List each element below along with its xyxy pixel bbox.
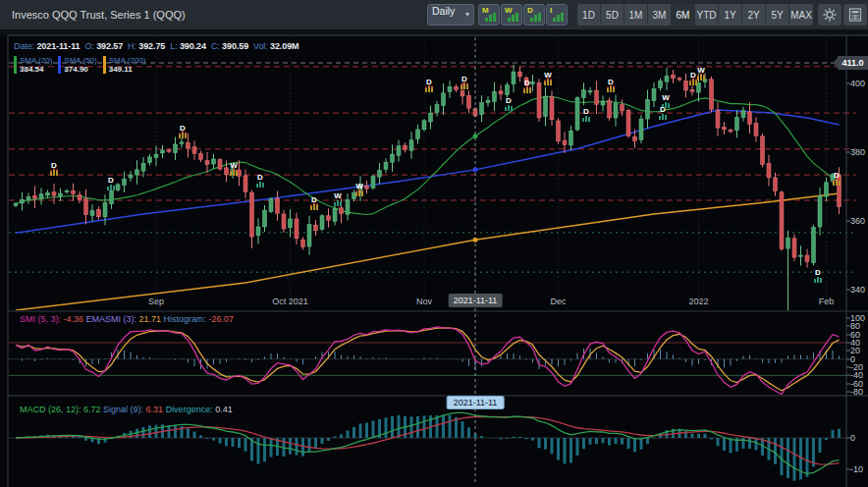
marker-bar xyxy=(529,88,531,93)
marker-bar xyxy=(110,185,112,190)
series-color-bar xyxy=(103,56,106,74)
price-axis-label[interactable]: 360 xyxy=(850,216,865,226)
marker-bar xyxy=(692,80,694,85)
range-button-5D[interactable]: 5D xyxy=(601,4,624,26)
header-part: 21.71 xyxy=(136,314,161,324)
candle-body xyxy=(812,228,816,263)
price-axis-label[interactable]: 400 xyxy=(850,79,865,88)
candle-body xyxy=(21,199,25,203)
range-button-1M[interactable]: 1M xyxy=(624,4,648,26)
interval-button-D[interactable]: D xyxy=(523,4,545,26)
marker-bar xyxy=(358,190,360,196)
mini-bar-chart-icon xyxy=(485,13,496,22)
range-button-2Y[interactable]: 2Y xyxy=(742,4,766,26)
marker-bar xyxy=(820,278,822,283)
candle-body xyxy=(129,175,133,178)
header-part: 0.41 xyxy=(213,405,233,414)
candle-body xyxy=(282,214,286,229)
period-dropdown[interactable]: Daily ▾ xyxy=(427,4,474,26)
marker-bar xyxy=(833,182,835,186)
interval-button-W[interactable]: W xyxy=(501,4,522,26)
header-part: Histogram: xyxy=(161,314,206,324)
range-button-3M[interactable]: 3M xyxy=(648,4,672,26)
candle-body xyxy=(665,77,669,82)
candle-body xyxy=(639,119,643,139)
chart-canvas[interactable]: DDDWDDWWDDDWDDDWDDWDD xyxy=(0,29,868,487)
candle-body xyxy=(136,170,139,175)
calculator-button[interactable] xyxy=(843,4,867,26)
candle-body xyxy=(148,157,152,163)
marker-cap xyxy=(230,171,232,173)
marker-bar xyxy=(56,171,58,176)
info-label: L: xyxy=(170,41,180,51)
time-axis-label[interactable]: 2022 xyxy=(688,297,708,306)
candle-body xyxy=(263,210,267,227)
info-label: H: xyxy=(128,41,138,51)
sma-legend-chip[interactable]: SMA (200)349.11 xyxy=(103,56,146,74)
candle-body xyxy=(614,103,618,118)
sma200-line xyxy=(16,193,840,310)
series-color-bar xyxy=(58,56,61,74)
range-button-1Y[interactable]: 1Y xyxy=(719,4,742,26)
range-button-1D[interactable]: 1D xyxy=(577,4,601,26)
time-axis-label[interactable]: Sep xyxy=(148,297,164,306)
marker-bar xyxy=(585,116,587,122)
sma-legend-chip[interactable]: SMA (50)374.90 xyxy=(58,56,96,74)
candle-body xyxy=(716,111,720,129)
marker-bar xyxy=(463,83,465,89)
marker-letter: W xyxy=(697,66,705,75)
sma-legend-chip[interactable]: SMA (20)384.54 xyxy=(14,56,52,74)
toolbar: Invesco QQQ Trust, Series 1 (QQQ) Daily … xyxy=(0,0,868,29)
gear-icon xyxy=(823,8,837,22)
header-part: 6.72 xyxy=(81,405,101,414)
marker-bar xyxy=(662,114,664,120)
candle-body xyxy=(174,144,178,153)
interval-letter: I xyxy=(550,6,552,15)
time-axis-label[interactable]: Feb xyxy=(819,297,835,306)
series-text: SMA (200)349.11 xyxy=(109,56,146,74)
candle-body xyxy=(442,93,446,106)
marker-bar xyxy=(182,133,184,138)
marker-bar xyxy=(610,86,612,92)
interval-button-I[interactable]: I xyxy=(546,4,568,26)
candle-body xyxy=(307,225,311,246)
interval-button-M[interactable]: M xyxy=(478,4,500,26)
time-axis-label[interactable]: Nov xyxy=(416,297,432,306)
marker-cap xyxy=(544,81,546,82)
pattern-marker-D: D xyxy=(256,173,264,188)
candle-body xyxy=(697,83,701,92)
candle-body xyxy=(754,124,758,136)
marker-bar xyxy=(107,187,109,190)
range-button-5Y[interactable]: 5Y xyxy=(766,4,789,26)
crosshair-date-tag: 2021-11-11 xyxy=(449,294,503,307)
range-button-6M[interactable]: 6M xyxy=(672,4,695,26)
marker-letter: W xyxy=(544,71,552,80)
macd-axis-label[interactable]: 0 xyxy=(850,433,855,443)
marker-bar xyxy=(236,171,238,176)
marker-letter: D xyxy=(180,124,186,133)
range-button-YTD[interactable]: YTD xyxy=(695,4,719,26)
marker-bar xyxy=(703,76,705,81)
candle-body xyxy=(735,118,739,131)
marker-bar xyxy=(316,205,318,210)
candle-body xyxy=(563,140,567,144)
smi-axis-label[interactable]: -80 xyxy=(850,387,863,397)
candle-body xyxy=(340,208,344,214)
gear-button[interactable] xyxy=(818,4,841,26)
price-axis-label[interactable]: 340 xyxy=(850,285,865,295)
macd-axis-label[interactable]: -10 xyxy=(850,464,863,474)
range-button-MAX[interactable]: MAX xyxy=(789,4,813,26)
marker-letter: D xyxy=(311,195,317,204)
sma-legend: SMA (20)384.54SMA (50)374.90SMA (200)349… xyxy=(14,56,145,74)
macd-line xyxy=(16,412,840,473)
marker-bar xyxy=(259,182,261,188)
marker-bar xyxy=(337,200,339,206)
time-axis-label[interactable]: Oct 2021 xyxy=(272,297,308,306)
calculator-icon xyxy=(848,8,862,22)
header-part: -4.36 xyxy=(61,314,83,324)
info-value: 392.57 xyxy=(96,41,123,51)
smi-line xyxy=(16,327,840,395)
price-axis-label[interactable]: 380 xyxy=(850,147,865,157)
time-axis-label[interactable]: Dec xyxy=(550,297,566,306)
pattern-marker-W: W xyxy=(230,161,238,176)
